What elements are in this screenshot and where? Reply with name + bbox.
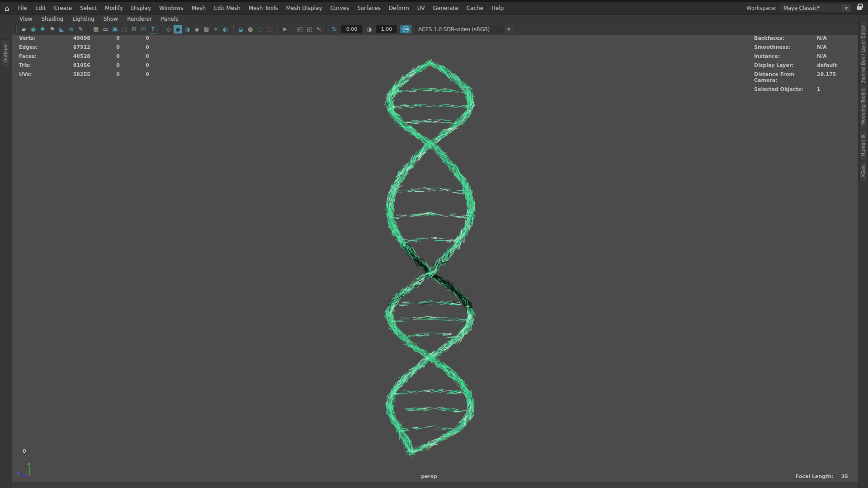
toolbar-group-gamma: ◑: [364, 25, 374, 33]
resolution-gate-icon[interactable]: ▣: [111, 25, 119, 33]
toolbar-separator: [160, 25, 161, 33]
menu-edit[interactable]: Edit: [31, 2, 50, 15]
shaded-icon[interactable]: ◆: [174, 25, 182, 33]
textured-icon[interactable]: ◈: [193, 25, 201, 33]
hud-value: N/A: [817, 35, 837, 41]
x-axis-origin-dot: [29, 474, 31, 476]
menu-curves[interactable]: Curves: [326, 2, 353, 15]
tab-human-ik[interactable]: Human IK: [859, 129, 868, 161]
hud-value: 28.175: [817, 71, 837, 83]
viewport-3d[interactable]: Verts: 49098 0 0 Edges: 87912 0 0 Faces:…: [12, 35, 858, 482]
toolbar-separator: [277, 25, 277, 33]
motion-blur-icon[interactable]: ◍: [246, 25, 255, 33]
tab-modeling-toolkit[interactable]: Modeling Toolkit: [859, 84, 868, 130]
hud-value: 0: [90, 71, 120, 77]
image-plane-icon[interactable]: ◣: [57, 25, 66, 33]
menu-deform[interactable]: Deform: [385, 2, 413, 15]
panel-menu-view[interactable]: View: [15, 15, 37, 23]
field-chart-icon[interactable]: ⊞: [130, 25, 138, 33]
safe-title-icon[interactable]: T: [149, 25, 157, 33]
exposure-field[interactable]: 0.00: [341, 25, 362, 33]
home-icon[interactable]: ⌂: [5, 4, 9, 13]
ssao-icon[interactable]: ◒: [236, 25, 245, 33]
tab-outliner[interactable]: Outliner: [2, 39, 10, 67]
select-camera-icon[interactable]: ▰: [19, 25, 28, 33]
dof-icon[interactable]: ▢: [265, 25, 274, 33]
viewport-toolbar: ▰◉✱⚑◣⊕✎ ▦▭▣▢⊞⊡T ◇◆◑◈▩☀◐ ◒◍◌▢ ➤ ◰◱↖ ↻ 0.0…: [12, 23, 858, 35]
lighting-icon[interactable]: ☀: [212, 25, 220, 33]
menu-mesh[interactable]: Mesh: [188, 2, 210, 15]
toolbar-separator: [233, 25, 233, 33]
exposure-icon[interactable]: ↻: [330, 25, 339, 33]
menu-display[interactable]: Display: [127, 2, 155, 15]
axis-gizmo: y z: [18, 462, 39, 482]
gamma-field[interactable]: 1.00: [376, 25, 397, 33]
chevron-down-icon[interactable]: ▼: [842, 4, 851, 12]
workspace-lock-icon[interactable]: [857, 6, 862, 10]
gate-mask-icon[interactable]: ▢: [120, 25, 129, 33]
toolbar-group-effects: ◒◍◌▢: [236, 25, 274, 33]
bookmark-icon[interactable]: ⚑: [48, 25, 57, 33]
hud-label: Distance From Camera:: [754, 71, 817, 83]
menu-select[interactable]: Select: [76, 2, 101, 15]
hud-label: UVs:: [19, 71, 59, 77]
hud-label: Instance:: [754, 53, 817, 59]
lock-camera-icon[interactable]: ◉: [29, 25, 38, 33]
toolbar-grip[interactable]: [15, 26, 17, 33]
tab-channel-box[interactable]: Channel Box / Layer Editor: [859, 20, 868, 90]
menu-modify[interactable]: Modify: [101, 2, 127, 15]
chevron-down-icon[interactable]: ▼: [504, 25, 514, 33]
menu-windows[interactable]: Windows: [155, 2, 188, 15]
shaded-textured-icon[interactable]: ◑: [183, 25, 192, 33]
menu-uv[interactable]: UV: [413, 2, 429, 15]
camera-attributes-icon[interactable]: ✱: [38, 25, 47, 33]
hud-value: 58255: [59, 71, 90, 77]
menu-help[interactable]: Help: [487, 2, 508, 15]
panel-menu-show[interactable]: Show: [99, 15, 123, 23]
grid-icon[interactable]: ▦: [92, 25, 100, 33]
viewport-bottom-strip: [12, 482, 858, 488]
toolbar-group-exposure: ↻: [330, 25, 339, 33]
menu-edit-mesh[interactable]: Edit Mesh: [210, 2, 245, 15]
gamma-icon[interactable]: ◑: [365, 25, 373, 33]
viewport-panel-header: View Shading Lighting Show Renderer Pane…: [12, 15, 858, 35]
toolbar-group-shading: ◇◆◑◈▩☀◐: [164, 25, 230, 33]
panel-menu-shading[interactable]: Shading: [37, 15, 68, 23]
anti-alias-icon[interactable]: ◌: [255, 25, 264, 33]
panel-menu-renderer[interactable]: Renderer: [123, 15, 156, 23]
viewport-canvas[interactable]: [12, 35, 858, 482]
hud-value: 40528: [59, 53, 90, 59]
y-axis-line: [29, 467, 30, 475]
film-gate-icon[interactable]: ▭: [101, 25, 110, 33]
color-space-dropdown[interactable]: ACES 1.0 SDR-video (sRGB): [415, 25, 504, 33]
xray-icon[interactable]: ◰: [296, 25, 304, 33]
grease-pencil-icon[interactable]: ✎: [76, 25, 85, 33]
use-default-material-icon[interactable]: ▩: [202, 25, 211, 33]
menu-generate[interactable]: Generate: [429, 2, 462, 15]
snapshot-icon[interactable]: ↖: [315, 25, 323, 33]
xray-joints-icon[interactable]: ◱: [305, 25, 314, 33]
menu-cache[interactable]: Cache: [462, 2, 487, 15]
safe-action-icon[interactable]: ⊡: [139, 25, 148, 33]
panel-menu-lighting[interactable]: Lighting: [68, 15, 99, 23]
shadows-icon[interactable]: ◐: [221, 25, 230, 33]
menu-create[interactable]: Create: [50, 2, 76, 15]
pan-zoom-icon[interactable]: ⊕: [67, 25, 75, 33]
menu-mesh-display[interactable]: Mesh Display: [282, 2, 326, 15]
menu-mesh-tools[interactable]: Mesh Tools: [245, 2, 282, 15]
panel-menu-panels[interactable]: Panels: [156, 15, 183, 23]
hud-value: N/A: [817, 44, 837, 50]
isolate-select-icon[interactable]: ➤: [280, 25, 289, 33]
workspace-dropdown[interactable]: Maya Classic* ▼: [780, 4, 851, 13]
hud-value: 0: [120, 44, 149, 50]
hud-value: N/A: [817, 53, 837, 59]
view-transform-toggle[interactable]: ON: [400, 25, 411, 33]
hud-value: 0: [90, 62, 120, 68]
menu-surfaces[interactable]: Surfaces: [353, 2, 385, 15]
toolbar-group-isolate: ➤: [280, 25, 289, 33]
menu-file[interactable]: File: [14, 2, 31, 15]
hud-value: 0: [120, 35, 149, 41]
hud-value: 49098: [59, 35, 90, 41]
wireframe-icon[interactable]: ◇: [164, 25, 173, 33]
tab-xgen[interactable]: XGen: [859, 160, 868, 182]
